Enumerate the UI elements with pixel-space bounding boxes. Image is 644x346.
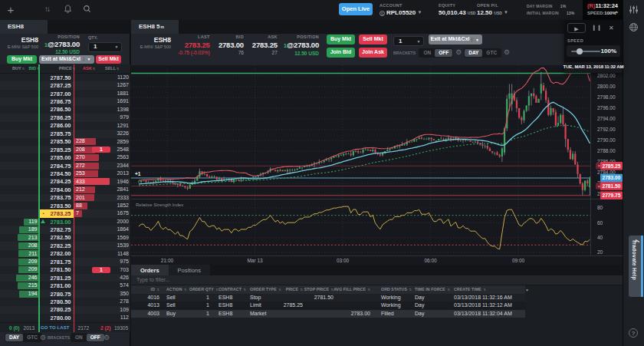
ladder-row-2783.00[interactable]: 1192783.002000	[0, 218, 130, 226]
notifications-bell-icon[interactable]	[62, 5, 73, 16]
globe-icon[interactable]	[623, 22, 644, 35]
price-cell[interactable]: 2785.25	[50, 146, 71, 153]
ask-size-cell[interactable]: 7	[74, 210, 82, 217]
chart-tif-gtc[interactable]: GTC	[482, 49, 501, 57]
bid-size-cell[interactable]: 194	[19, 291, 39, 298]
ladder-row-2786.50[interactable]: 2786.501398	[0, 106, 130, 114]
ask-size-cell[interactable]: 228	[74, 138, 96, 145]
tune-settings-icon[interactable]	[623, 5, 644, 17]
bid-size-cell[interactable]: 213	[18, 234, 38, 241]
price-cell[interactable]: 2780.50	[50, 298, 71, 305]
price-cell[interactable]: 2781.50	[50, 266, 71, 274]
orders-col-ord-status[interactable]: ORD STATUS ⇅	[370, 287, 406, 292]
slider-knob[interactable]	[577, 48, 583, 54]
replay-collapse-chevron-icon[interactable]: ⌃	[614, 11, 619, 17]
col-ask[interactable]: ASK⇅	[83, 66, 95, 71]
chart-brackets-on[interactable]: ON	[419, 49, 435, 57]
price-cell[interactable]: 2782.25	[50, 242, 71, 249]
price-cell[interactable]: 2784.25	[50, 178, 71, 186]
orders-col-create-time[interactable]: CREATE TIME ⇅	[449, 287, 525, 292]
price-cell[interactable]: 2786.50	[50, 106, 71, 114]
chart-tif-day[interactable]: DAY	[465, 49, 482, 57]
price-cell[interactable]: 2787.25	[50, 81, 71, 89]
price-cell[interactable]: 2783.50	[50, 202, 71, 209]
orders-col-order-type[interactable]: ORDER TYPE ⇅	[244, 287, 272, 292]
ladder-row-2780.75[interactable]: 1942780.75350	[0, 290, 130, 298]
bid-size-cell[interactable]: 209	[18, 266, 39, 273]
chart-sell-mkt-button[interactable]: Sell Mkt	[359, 35, 387, 44]
ladder-row-2782.00[interactable]: 2112782.001148	[0, 250, 130, 258]
slider-track[interactable]	[571, 51, 600, 52]
ladder-row-2786.00[interactable]: 2786.001291	[0, 122, 130, 130]
chart-exit-chevron-icon[interactable]: ▼	[472, 38, 482, 42]
price-cell[interactable]: 2781.25	[50, 274, 71, 282]
ladder-row-2782.25[interactable]: 2082782.251539	[0, 242, 130, 249]
dom-exit-chevron-icon[interactable]: ▼	[84, 57, 94, 61]
ladder-row-2781.75[interactable]: 2092781.75975	[0, 258, 130, 265]
transfer-icon[interactable]: ↑↓	[41, 5, 52, 14]
ladder-row-2785.25[interactable]: 2785.2520812548	[0, 146, 130, 153]
ladder-row-2784.75[interactable]: 2784.752722344	[0, 162, 130, 170]
price-cell[interactable]: 2785.00	[50, 153, 71, 161]
replay-pause-button[interactable]: ❙❙	[592, 25, 603, 31]
price-cell[interactable]: 2782.50	[50, 234, 71, 242]
ask-size-cell[interactable]: 272	[74, 163, 99, 170]
ladder-row-2787.00[interactable]: 2787.001881	[0, 90, 130, 97]
chart-brackets-gear-icon[interactable]: ⚙	[455, 48, 462, 57]
dom-qty-select[interactable]: 1 ▼	[88, 42, 122, 52]
add-widget-icon[interactable]: +	[5, 3, 16, 17]
ladder-row-2782.50[interactable]: 2132782.501569	[0, 234, 130, 242]
bid-size-cell[interactable]: 246	[16, 275, 39, 282]
bid-size-cell[interactable]: 215	[18, 282, 38, 289]
replay-close-button[interactable]: ✕	[609, 25, 614, 32]
join-bid-button[interactable]: Join Bid	[327, 48, 355, 58]
price-cell[interactable]: 2783.75	[50, 194, 71, 202]
ladder-row-2787.25[interactable]: 2787.251267	[0, 81, 130, 89]
orders-col-time-in-force[interactable]: TIME IN FORCE ⇅	[406, 287, 449, 292]
ask-size-cell[interactable]: 270	[74, 154, 99, 161]
price-cell[interactable]: 2780.75	[50, 290, 71, 298]
price-cell[interactable]: 2787.00	[50, 90, 71, 97]
orders-col-price[interactable]: PRICE ⇅	[272, 287, 303, 292]
ask-size-cell[interactable]: 433	[74, 178, 110, 185]
price-cell[interactable]: 2780.25	[50, 306, 71, 314]
dom-buy-mkt-button[interactable]: Buy Mkt	[7, 55, 37, 64]
ladder-row-2784.25[interactable]: 2784.254331946	[0, 178, 130, 186]
price-cell[interactable]: 2786.75	[50, 97, 71, 105]
orders-col-order-qty[interactable]: ORDER QTY ⇅	[189, 287, 209, 292]
price-cell[interactable]: 2786.00	[50, 122, 71, 130]
orders-col-contract[interactable]: CONTRACT ⇅	[209, 287, 244, 292]
orders-filter-input[interactable]: Type to filter...	[131, 275, 623, 285]
chart-tif-gear-icon[interactable]: ⚙	[504, 48, 510, 57]
go-to-last-link[interactable]: GO TO LAST	[41, 325, 70, 331]
orders-col-stop-price[interactable]: STOP PRICE ⇅	[303, 287, 334, 292]
price-cell[interactable]: 2781.75	[50, 258, 71, 265]
order-row-4003[interactable]: 4003Buy1ESH8Market2783.00FilledDay03/13/…	[131, 310, 525, 318]
ask-size-cell[interactable]: 88	[74, 203, 87, 209]
price-badge-2785.25[interactable]: ×2785.25	[596, 162, 623, 170]
price-cell[interactable]: 2784.50	[50, 170, 71, 177]
help-tab[interactable]: Tradovate Help ❮	[629, 236, 643, 297]
replay-play-button[interactable]: ▶	[567, 23, 586, 33]
ladder-row-2780.00[interactable]: 2780.00112	[0, 314, 130, 321]
brackets-off-option[interactable]: OFF	[87, 334, 104, 341]
chart-exit-at-mkt-button[interactable]: Exit at Mkt&Cxl ▼	[429, 35, 482, 44]
ask-size-cell[interactable]: 212	[74, 186, 95, 193]
dom-tab-esh8[interactable]: ESH8	[0, 20, 48, 34]
column-filter-icon[interactable]: ▼	[525, 288, 532, 292]
open-live-button[interactable]: Open Live	[339, 3, 373, 15]
dom-sell-mkt-button[interactable]: Sell Mkt	[96, 55, 121, 64]
ladder-row-2783.50[interactable]: 2783.50881852	[0, 202, 130, 209]
help-icon[interactable]: ?	[629, 328, 638, 338]
ladder-row-2785.50[interactable]: 2785.502282859	[0, 138, 130, 146]
chart-buy-mkt-button[interactable]: Buy Mkt	[327, 35, 355, 44]
orders-col-action[interactable]: ACTION ⇅	[159, 287, 189, 292]
ladder-row-2787.50[interactable]: 2787.501120	[0, 74, 130, 81]
working-sell-order-badge[interactable]: 1	[92, 147, 110, 153]
bid-size-cell[interactable]: 208	[18, 242, 39, 249]
ladder-row-2783.75[interactable]: 2783.752012333	[0, 194, 130, 202]
price-cell[interactable]: 2780.00	[50, 314, 71, 321]
price-cell[interactable]: 2784.75	[50, 162, 71, 170]
price-chart[interactable]: Relative Strength Index2802.002800.00279…	[131, 65, 623, 265]
price-cell[interactable]: 2785.75	[50, 130, 71, 137]
